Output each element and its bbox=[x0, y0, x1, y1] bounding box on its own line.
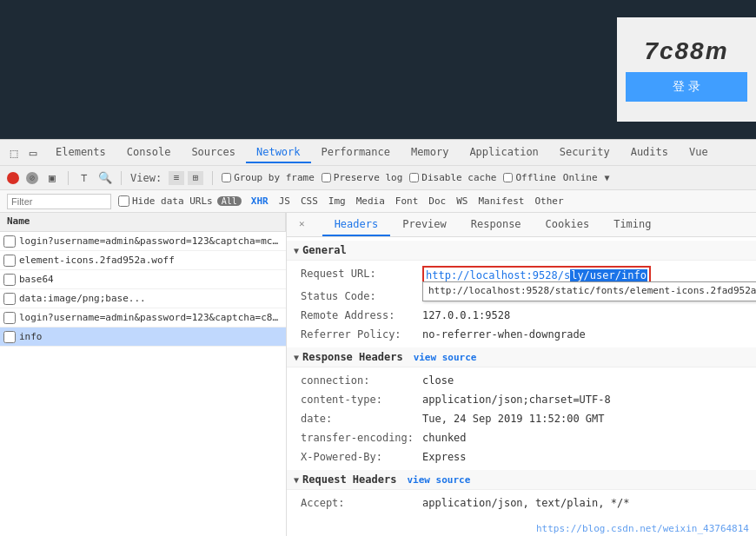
tab-response[interactable]: Response bbox=[459, 213, 534, 236]
view-source-link[interactable]: view source bbox=[414, 352, 477, 363]
collapse-icon: ▼ bbox=[294, 246, 299, 255]
group-by-frame-checkbox[interactable] bbox=[222, 173, 231, 182]
separator2 bbox=[121, 171, 122, 185]
row-checkbox[interactable] bbox=[3, 312, 16, 324]
tab-console[interactable]: Console bbox=[116, 142, 182, 163]
remote-address-row: Remote Address: 127.0.0.1:9528 bbox=[287, 306, 756, 325]
row-name: base64 bbox=[19, 274, 282, 285]
devtools-secondary-toolbar: ⊘ ▣ ⊤ 🔍 View: ≡ ⊞ Group by frame Preserv… bbox=[0, 166, 756, 190]
date-value: Tue, 24 Sep 2019 11:52:00 GMT bbox=[422, 411, 742, 427]
view-label: View: bbox=[130, 172, 162, 184]
devtools-filter-row: Hide data URLs All XHR JS CSS Img Media … bbox=[0, 190, 756, 213]
row-name: info bbox=[19, 331, 282, 342]
filter-ws[interactable]: WS bbox=[454, 195, 470, 207]
devtools-main-content: Name login?username=admin&password=123&c… bbox=[0, 213, 756, 536]
offline-checkbox[interactable] bbox=[503, 173, 513, 182]
referrer-policy-value: no-referrer-when-downgrade bbox=[422, 327, 742, 342]
url-prefix: http://localhost:9528/s bbox=[426, 269, 570, 281]
list-item[interactable]: info bbox=[0, 328, 286, 347]
separator bbox=[68, 171, 69, 185]
all-badge[interactable]: All bbox=[217, 196, 242, 206]
network-list-header: Name bbox=[0, 213, 286, 232]
filter-js[interactable]: JS bbox=[276, 195, 293, 207]
list-item[interactable]: element-icons.2fad952a.woff bbox=[0, 251, 286, 270]
inspect-icon[interactable]: ⬚ bbox=[7, 146, 21, 160]
accept-label: Accept: bbox=[301, 495, 422, 511]
camera-icon[interactable]: ▣ bbox=[45, 171, 59, 185]
list-item[interactable]: base64 bbox=[0, 270, 286, 289]
tab-preview[interactable]: Preview bbox=[390, 213, 459, 236]
request-headers-section-header[interactable]: ▼ Request Headers view source bbox=[287, 470, 756, 490]
device-icon[interactable]: ▭ bbox=[26, 146, 40, 160]
remote-address-value: 127.0.0.1:9528 bbox=[422, 308, 742, 323]
stop-button[interactable]: ⊘ bbox=[26, 172, 38, 184]
filter-css[interactable]: CSS bbox=[298, 195, 321, 207]
hide-data-urls-group: Hide data URLs All bbox=[118, 195, 242, 207]
search-icon[interactable]: 🔍 bbox=[98, 171, 112, 185]
record-button[interactable] bbox=[7, 172, 19, 184]
tab-timing[interactable]: Timing bbox=[601, 213, 663, 236]
view-icons: ≡ ⊞ bbox=[169, 171, 203, 185]
login-button[interactable]: 登 录 bbox=[626, 72, 747, 102]
remote-address-label: Remote Address: bbox=[301, 308, 422, 323]
filter-other[interactable]: Other bbox=[532, 195, 566, 207]
row-name: login?username=admin&password=123&captch… bbox=[19, 312, 282, 323]
list-item[interactable]: data:image/png;base... bbox=[0, 289, 286, 308]
filter-input[interactable] bbox=[7, 194, 111, 209]
content-type-value: application/json;charset=UTF-8 bbox=[422, 392, 742, 407]
row-name: element-icons.2fad952a.woff bbox=[19, 255, 282, 266]
network-list-body: login?username=admin&password=123&captch… bbox=[0, 232, 286, 536]
tab-memory[interactable]: Memory bbox=[401, 142, 459, 163]
tab-performance[interactable]: Performance bbox=[311, 142, 401, 163]
filter-xhr[interactable]: XHR bbox=[249, 195, 271, 207]
tab-headers[interactable]: Headers bbox=[322, 213, 391, 236]
response-headers-section-header[interactable]: ▼ Response Headers view source bbox=[287, 347, 756, 367]
filter-doc[interactable]: Doc bbox=[426, 195, 448, 207]
tab-close[interactable]: ✕ bbox=[287, 213, 322, 236]
tab-security[interactable]: Security bbox=[549, 142, 620, 163]
row-checkbox[interactable] bbox=[3, 331, 16, 343]
tab-sources[interactable]: Sources bbox=[181, 142, 246, 163]
tab-audits[interactable]: Audits bbox=[620, 142, 679, 163]
list-item[interactable]: login?username=admin&password=123&captch… bbox=[0, 308, 286, 328]
row-checkbox[interactable] bbox=[3, 293, 16, 305]
connection-value: close bbox=[422, 373, 742, 388]
tab-elements[interactable]: Elements bbox=[45, 142, 116, 163]
request-url-value: http://localhost:9528/sly/user/info http… bbox=[422, 266, 742, 285]
detail-content: ▼ General Request URL: http://localhost:… bbox=[287, 237, 756, 536]
disable-cache-label: Disable cache bbox=[421, 172, 496, 183]
request-header-row: Accept: application/json, text/plain, */… bbox=[287, 493, 756, 513]
close-icon: ✕ bbox=[299, 218, 305, 229]
request-url-label: Request URL: bbox=[301, 266, 422, 281]
tab-vue[interactable]: Vue bbox=[679, 142, 719, 163]
url-tooltip: http://localhost:9528/static/fonts/eleme… bbox=[422, 281, 756, 301]
general-section-header[interactable]: ▼ General bbox=[287, 241, 756, 261]
tab-network[interactable]: Network bbox=[246, 142, 311, 163]
row-checkbox[interactable] bbox=[3, 255, 16, 267]
row-checkbox[interactable] bbox=[3, 274, 16, 286]
preserve-log-checkbox[interactable] bbox=[322, 173, 331, 182]
filter-icon[interactable]: ⊤ bbox=[77, 171, 91, 185]
response-headers-body: connection: close content-type: applicat… bbox=[287, 367, 756, 470]
grid-view-icon[interactable]: ⊞ bbox=[188, 171, 203, 185]
hide-data-urls-checkbox[interactable] bbox=[118, 195, 129, 207]
filter-manifest[interactable]: Manifest bbox=[475, 195, 527, 207]
disable-cache-checkbox-group: Disable cache bbox=[409, 172, 496, 183]
filter-img[interactable]: Img bbox=[326, 195, 348, 207]
offline-checkbox-group: Offline bbox=[503, 172, 555, 183]
filter-font[interactable]: Font bbox=[393, 195, 421, 207]
online-label: Online bbox=[563, 172, 598, 183]
filter-media[interactable]: Media bbox=[354, 195, 388, 207]
tab-cookies[interactable]: Cookies bbox=[534, 213, 602, 236]
response-header-row: connection: close bbox=[287, 371, 756, 390]
request-view-source-link[interactable]: view source bbox=[407, 474, 470, 486]
dropdown-icon[interactable]: ▼ bbox=[605, 173, 610, 182]
row-checkbox[interactable] bbox=[3, 235, 16, 248]
url-container: http://localhost:9528/sly/user/info http… bbox=[422, 266, 651, 285]
list-item[interactable]: login?username=admin&password=123&captch… bbox=[0, 232, 286, 251]
list-view-icon[interactable]: ≡ bbox=[169, 171, 184, 185]
tab-application[interactable]: Application bbox=[459, 142, 548, 163]
disable-cache-checkbox[interactable] bbox=[409, 173, 419, 182]
response-header-row: X-Powered-By: Express bbox=[287, 447, 756, 467]
accept-value: application/json, text/plain, */* bbox=[422, 495, 742, 511]
